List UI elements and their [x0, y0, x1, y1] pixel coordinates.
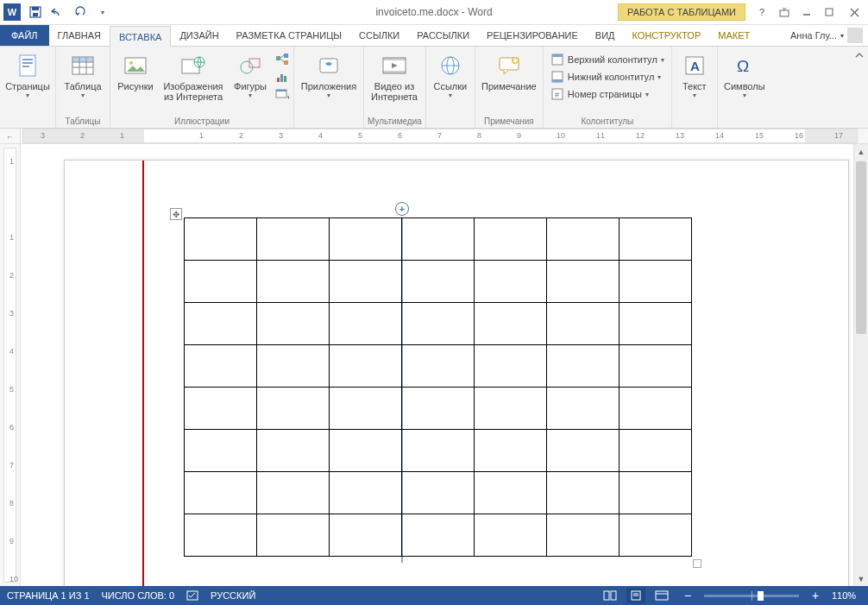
tab-design[interactable]: ДИЗАЙН: [171, 25, 227, 46]
table-cell[interactable]: [402, 218, 475, 261]
user-account[interactable]: Анна Глу... ▾: [790, 25, 868, 46]
table-cell[interactable]: [330, 430, 402, 472]
table-cell[interactable]: [402, 388, 475, 430]
table-cell[interactable]: [330, 388, 402, 430]
tab-page-layout[interactable]: РАЗМЕТКА СТРАНИЦЫ: [228, 25, 350, 46]
table-cell[interactable]: [330, 303, 402, 345]
document-page[interactable]: ✥ +: [64, 160, 849, 586]
table-cell[interactable]: [257, 218, 330, 261]
view-print-layout[interactable]: [626, 588, 645, 603]
table-cell[interactable]: [330, 218, 402, 261]
table-row[interactable]: [185, 430, 692, 472]
table-cell[interactable]: [547, 430, 620, 472]
table-cell[interactable]: [330, 514, 402, 557]
status-word-count[interactable]: ЧИСЛО СЛОВ: 0: [102, 590, 175, 601]
tab-references[interactable]: ССЫЛКИ: [350, 25, 408, 46]
table-cell[interactable]: [185, 472, 257, 514]
scroll-up-button[interactable]: ▲: [854, 144, 868, 159]
screenshot-button[interactable]: ▾: [274, 86, 290, 102]
table-cell[interactable]: [185, 514, 257, 557]
tab-mailings[interactable]: РАССЫЛКИ: [408, 25, 478, 46]
scroll-thumb[interactable]: [856, 161, 866, 334]
shapes-button[interactable]: Фигуры ▾: [230, 50, 271, 101]
tab-insert[interactable]: ВСТАВКА: [110, 26, 171, 47]
table-cell[interactable]: [185, 430, 257, 472]
table-cell[interactable]: [402, 430, 475, 472]
table-cell[interactable]: [475, 218, 547, 261]
table-row[interactable]: [185, 345, 692, 388]
column-insert-button[interactable]: +: [395, 202, 409, 216]
table-cell[interactable]: [475, 472, 547, 514]
status-page[interactable]: СТРАНИЦА 1 ИЗ 1: [7, 590, 90, 601]
table-cell[interactable]: [547, 261, 620, 303]
pictures-button[interactable]: Рисунки: [114, 50, 157, 93]
table-cell[interactable]: [257, 303, 330, 345]
zoom-level[interactable]: 110%: [832, 590, 861, 601]
tab-file[interactable]: ФАЙЛ: [0, 25, 49, 46]
comment-button[interactable]: ✱ Примечание: [479, 50, 539, 93]
table-cell[interactable]: [475, 388, 547, 430]
table-resize-handle[interactable]: [693, 559, 701, 568]
online-video-button[interactable]: Видео из Интернета: [368, 50, 421, 104]
table-cell[interactable]: [620, 514, 692, 557]
apps-button[interactable]: Приложения ▾: [298, 50, 360, 101]
smartart-button[interactable]: [274, 52, 290, 67]
table-cell[interactable]: [257, 472, 330, 514]
table-cell[interactable]: [620, 430, 692, 472]
table-cell[interactable]: [402, 514, 475, 557]
zoom-in-button[interactable]: +: [806, 588, 825, 603]
table-row[interactable]: [185, 261, 692, 303]
online-pictures-button[interactable]: Изображения из Интернета: [160, 50, 226, 104]
table-cell[interactable]: [547, 388, 620, 430]
table-cell[interactable]: [330, 472, 402, 514]
table-row[interactable]: [185, 218, 692, 261]
table-cell[interactable]: [475, 261, 547, 303]
table-cell[interactable]: [620, 261, 692, 303]
maximize-button[interactable]: [818, 3, 840, 21]
redo-button[interactable]: [70, 2, 91, 22]
table-cell[interactable]: [185, 261, 257, 303]
table-cell[interactable]: [547, 345, 620, 388]
chart-button[interactable]: [274, 69, 290, 85]
help-button[interactable]: ?: [751, 3, 773, 21]
table-cell[interactable]: [620, 303, 692, 345]
text-button[interactable]: A Текст ▾: [676, 50, 714, 101]
symbols-button[interactable]: Ω Символы ▾: [721, 50, 768, 101]
collapse-ribbon-button[interactable]: [851, 47, 868, 128]
footer-button[interactable]: Нижний колонтитул▾: [547, 69, 668, 85]
tab-table-layout[interactable]: МАКЕТ: [709, 25, 758, 46]
table-cell[interactable]: [475, 430, 547, 472]
table-cell[interactable]: [620, 472, 692, 514]
table-cell[interactable]: [330, 261, 402, 303]
pages-button[interactable]: Страницы ▾: [3, 50, 52, 101]
close-button[interactable]: [840, 3, 868, 21]
document-canvas[interactable]: ✥ +: [21, 144, 853, 586]
table-cell[interactable]: [185, 345, 257, 388]
table-button[interactable]: Таблица ▾: [60, 50, 106, 101]
table-cell[interactable]: [257, 430, 330, 472]
table-row[interactable]: [185, 388, 692, 430]
table-cell[interactable]: [402, 472, 475, 514]
table-cell[interactable]: [402, 303, 475, 345]
tab-table-design[interactable]: КОНСТРУКТОР: [624, 25, 710, 46]
table-move-handle[interactable]: ✥: [170, 208, 182, 220]
table-cell[interactable]: [547, 514, 620, 557]
page-number-button[interactable]: # Номер страницы▾: [547, 86, 668, 102]
save-button[interactable]: [25, 2, 46, 22]
table-cell[interactable]: [185, 218, 257, 261]
table-cell[interactable]: [475, 345, 547, 388]
document-table[interactable]: [184, 217, 692, 557]
table-cell[interactable]: [547, 303, 620, 345]
tab-review[interactable]: РЕЦЕНЗИРОВАНИЕ: [478, 25, 587, 46]
table-cell[interactable]: [185, 388, 257, 430]
table-cell[interactable]: [475, 514, 547, 557]
status-language[interactable]: РУССКИЙ: [211, 590, 255, 601]
table-row[interactable]: [185, 514, 692, 557]
table-cell[interactable]: [257, 514, 330, 557]
table-cell[interactable]: [547, 472, 620, 514]
zoom-out-button[interactable]: −: [678, 588, 697, 603]
qat-customize-button[interactable]: ▾: [92, 2, 113, 22]
zoom-slider[interactable]: [704, 595, 799, 597]
table-row[interactable]: [185, 472, 692, 514]
ribbon-display-button[interactable]: [773, 3, 796, 21]
